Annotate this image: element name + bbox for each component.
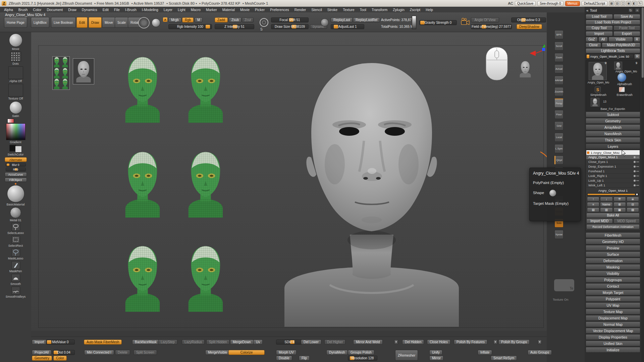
tool-section-header[interactable]: Morph Target (586, 290, 640, 295)
bake-all-button[interactable]: Bake All (586, 213, 640, 218)
tool-section-header[interactable]: NanoMesh (586, 131, 640, 136)
resolution-slider[interactable]: Resolution 128 (348, 356, 377, 361)
layer-down-button[interactable]: ↓ (600, 197, 612, 201)
goz-button[interactable]: GoZ (586, 37, 598, 42)
menu-item[interactable]: Brush (16, 7, 30, 12)
texture-selector[interactable]: Texture Off (8, 84, 23, 100)
layout-icon[interactable]: ▦ (609, 1, 614, 6)
color-gradient-picker[interactable] (6, 123, 25, 140)
accucurve-button[interactable]: AccuCurve (5, 172, 27, 177)
unify-button[interactable]: Unify (429, 350, 442, 355)
split-hidden-button[interactable]: Split Hidden (206, 340, 230, 345)
layout-icon[interactable]: ▣ (626, 1, 631, 6)
alpha-selector[interactable]: Alpha Off (8, 66, 23, 83)
edit-button[interactable]: Edit (76, 17, 88, 28)
del-hidden-button[interactable]: Del Hidden (402, 340, 424, 345)
layer-intensity-mini[interactable] (636, 162, 639, 162)
secondary-color-swatch[interactable] (15, 146, 22, 153)
select-rect-tool[interactable]: SelectRect (8, 236, 23, 247)
menu-item-polypaint[interactable]: PolyPaint (Empty) (533, 181, 577, 185)
right-shelf-button[interactable]: Grid (554, 121, 564, 130)
tool-section-header[interactable]: Preview (586, 245, 640, 251)
layout-icon[interactable]: ◧ (632, 1, 637, 6)
stroke-dots[interactable]: Dots (10, 52, 21, 65)
right-shelf-button[interactable]: ZoomIn (554, 87, 564, 96)
layout-icon[interactable]: ◫ (621, 1, 625, 6)
right-shelf-button[interactable]: Floor (554, 110, 564, 119)
quicksave-button[interactable]: QuickSave (515, 1, 536, 6)
head-preview-thumbnail[interactable] (73, 58, 94, 84)
layer-eye-icon[interactable] (634, 161, 636, 163)
lazystep-slider[interactable]: LazyStep (158, 340, 177, 345)
base-tool-thumbnail[interactable] (591, 98, 599, 107)
load-tools-from-project-button[interactable]: Load Tools From Project (586, 20, 640, 25)
auto-mask-fibermesh-button[interactable]: Auto Mask FiberMesh (84, 340, 122, 345)
blendshape-head-3[interactable] (123, 148, 162, 220)
tool-section-header[interactable]: Deformation (586, 258, 640, 263)
tool-section-header[interactable]: Contact (586, 283, 640, 289)
panel-scrollbar[interactable] (641, 7, 644, 362)
rgb-button[interactable]: Rgb (182, 17, 194, 22)
backfacemask-button[interactable]: BackfaceMask (132, 340, 159, 345)
tool-section-header[interactable]: Displacement Map (586, 315, 640, 321)
layer-eye-icon[interactable] (634, 156, 636, 158)
close-holes-button[interactable]: Close Holes (427, 340, 450, 345)
material-basic[interactable]: BasicMaterial (6, 183, 24, 206)
tool-section-header[interactable]: Vector Displacement Map (586, 328, 640, 334)
tool-section-header[interactable]: Unified Skin (586, 341, 640, 346)
adjust-last-slider[interactable]: AdjustLast 1 (331, 24, 364, 29)
menu-item[interactable]: Zscript (407, 7, 423, 12)
scale-button[interactable]: Scale (115, 17, 128, 28)
weld-toggle-dot[interactable] (394, 340, 398, 345)
right-shelf-button[interactable]: Xpose (554, 230, 564, 239)
scrollbar-thumb[interactable] (642, 7, 644, 78)
material-metal[interactable]: Metal 01 (10, 207, 21, 222)
zcut-button[interactable]: Zcut (242, 17, 254, 22)
panel-collapse-icon[interactable]: « (586, 8, 588, 12)
paste-tool-button[interactable]: Paste Tool (613, 25, 641, 31)
layer-eye-icon[interactable] (634, 180, 636, 182)
layer-row[interactable]: Look_Up 1 (586, 178, 640, 183)
angle-of-view-button[interactable]: Angle Of View (471, 17, 499, 22)
right-shelf-button[interactable]: Local (554, 133, 564, 142)
zremesher-button[interactable]: ZRemesher (395, 350, 418, 361)
tool-section-header[interactable]: Geometry HD (586, 239, 640, 244)
move-button[interactable]: Move (102, 17, 115, 28)
live-boolean-button[interactable]: Live Boolean (51, 17, 76, 28)
focal-shift-icon[interactable] (259, 17, 269, 27)
axis-gizmo[interactable] (529, 43, 545, 61)
smooth-brush[interactable]: Smooth (10, 274, 21, 286)
menu-item[interactable]: Marker (203, 7, 220, 12)
alternate-button[interactable]: Alternate (5, 157, 27, 162)
stroke-icon[interactable] (321, 18, 329, 26)
polish-by-groups-slider[interactable]: Polish By Groups (498, 340, 530, 345)
blendshape-head-2[interactable] (186, 55, 225, 123)
layout-icon[interactable]: ▤ (615, 1, 620, 6)
blendshape-head-6[interactable] (186, 242, 225, 314)
layer-intensity-mini[interactable] (636, 166, 639, 167)
panel-refresh-icon[interactable]: ↻ (628, 8, 633, 12)
polish-by-features-slider[interactable]: Polish By Features (454, 340, 487, 345)
import-button[interactable]: Import (32, 340, 47, 345)
brush-preview-icon[interactable] (138, 17, 150, 28)
layer-row[interactable]: Deep_Expression 1 (586, 164, 640, 169)
inflate-slider[interactable]: Inflate (478, 350, 492, 355)
focal-shift-slider[interactable]: Focal Shift 51 (271, 17, 309, 22)
import-tool-button[interactable]: Import (586, 31, 613, 36)
colorize-button[interactable]: Colorize (228, 350, 265, 355)
mergevisible-button[interactable]: MergeVisible (205, 350, 230, 355)
right-shelf-button[interactable]: Actual (554, 64, 564, 73)
color-tab-button[interactable]: Color (53, 356, 67, 361)
tool-section-header[interactable]: Initialize (586, 347, 640, 353)
mirror-and-weld-button[interactable]: Mirror And Weld (353, 340, 383, 345)
menu-item[interactable]: Render (292, 7, 309, 12)
layer-eye-icon[interactable] (634, 166, 636, 168)
menus-button[interactable]: Menus (565, 1, 580, 6)
layer-g2-button[interactable]: ▥ (600, 207, 612, 212)
blendshape-head-5[interactable] (123, 242, 162, 314)
right-shelf-button[interactable]: L.Sym (554, 144, 564, 153)
tool-section-header[interactable]: Polygroups (586, 277, 640, 283)
panel-menu-icon[interactable]: ≡ (635, 8, 640, 12)
layer-split-button[interactable]: ⊞ (613, 202, 626, 207)
eraserbrush-thumbnail[interactable] (619, 87, 625, 92)
